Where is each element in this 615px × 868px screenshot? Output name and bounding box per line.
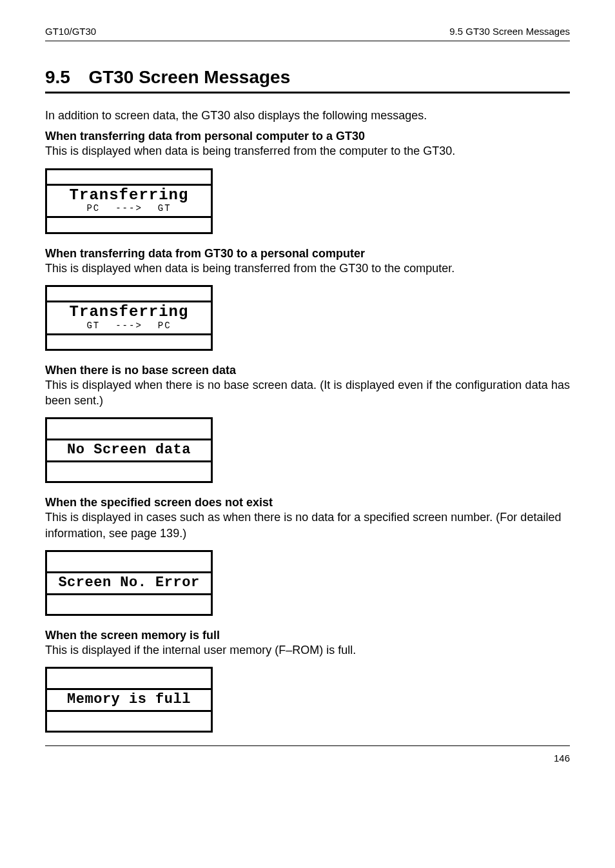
lcd-main-text: Transferring	[47, 187, 211, 204]
lcd-to: PC	[158, 321, 171, 331]
lcd-arrow-icon: --->	[115, 203, 142, 213]
lcd-to: GT	[158, 203, 171, 213]
message-block: When the specified screen does not exist…	[45, 496, 570, 616]
lcd-sub-text: GT--->PC	[47, 321, 211, 331]
block-heading: When there is no base screen data	[45, 364, 570, 377]
lcd-inner: No Screen data	[47, 439, 211, 462]
section-underline	[45, 92, 570, 94]
lcd-inner: Screen No. Error	[47, 571, 211, 595]
lcd-from: GT	[86, 321, 100, 331]
block-paragraph: This is displayed if the internal user m…	[45, 642, 570, 658]
content-blocks: When transferring data from personal com…	[45, 130, 570, 733]
block-paragraph: This is displayed when data is being tra…	[45, 143, 570, 159]
header-right: 9.5 GT30 Screen Messages	[449, 26, 570, 37]
block-heading: When transferring data from GT30 to a pe…	[45, 247, 570, 261]
block-paragraph: This is displayed when there is no base …	[45, 377, 570, 409]
lcd-arrow-icon: --->	[115, 321, 142, 331]
lcd-inner: TransferringGT--->PC	[47, 301, 211, 335]
block-heading: When the specified screen does not exist	[45, 496, 570, 509]
section-title: GT30 Screen Messages	[88, 67, 290, 87]
message-block: When transferring data from personal com…	[45, 130, 570, 233]
lcd-inner: Memory is full	[47, 688, 211, 712]
lcd-single-text: Screen No. Error	[47, 575, 211, 591]
block-heading: When transferring data from personal com…	[45, 130, 570, 143]
block-paragraph: This is displayed when data is being tra…	[45, 261, 570, 276]
lcd-display: No Screen data	[45, 417, 213, 483]
lcd-single-text: Memory is full	[47, 691, 211, 707]
message-block: When the screen memory is fullThis is di…	[45, 629, 570, 733]
lcd-main-text: Transferring	[47, 304, 211, 321]
lcd-sub-text: PC--->GT	[47, 203, 211, 213]
page-number: 146	[554, 753, 570, 764]
page-header: GT10/GT30 9.5 GT30 Screen Messages	[45, 0, 570, 41]
page-footer: 146	[45, 745, 570, 764]
block-paragraph: This is displayed in cases such as when …	[45, 509, 570, 541]
lcd-inner: TransferringPC--->GT	[47, 184, 211, 218]
section-number: 9.5	[45, 67, 70, 87]
lcd-display: Screen No. Error	[45, 550, 213, 616]
lcd-display: TransferringPC--->GT	[45, 168, 213, 234]
block-heading: When the screen memory is full	[45, 629, 570, 642]
intro-paragraph: In addition to screen data, the GT30 als…	[45, 108, 570, 123]
header-left: GT10/GT30	[45, 26, 96, 37]
lcd-display: TransferringGT--->PC	[45, 285, 213, 351]
lcd-display: Memory is full	[45, 667, 213, 733]
section-heading: 9.5 GT30 Screen Messages	[45, 67, 570, 88]
message-block: When there is no base screen dataThis is…	[45, 364, 570, 484]
lcd-single-text: No Screen data	[47, 442, 211, 458]
message-block: When transferring data from GT30 to a pe…	[45, 247, 570, 351]
lcd-from: PC	[86, 203, 100, 213]
